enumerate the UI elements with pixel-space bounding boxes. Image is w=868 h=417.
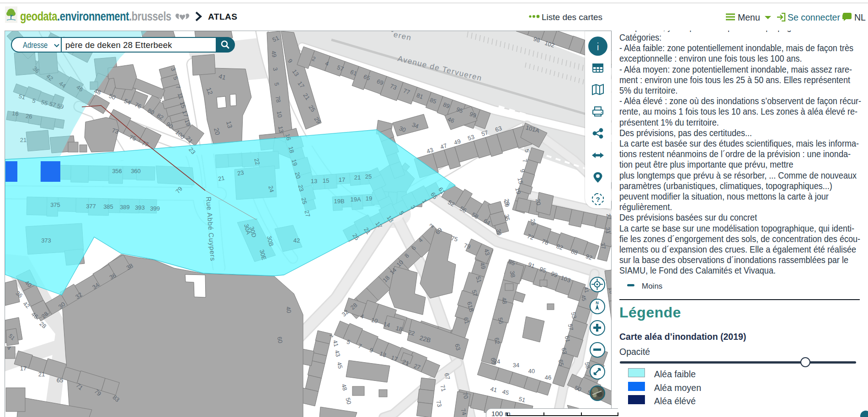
svg-text:389: 389	[120, 204, 130, 211]
svg-text:19B: 19B	[334, 198, 344, 205]
svg-text:385: 385	[103, 203, 113, 210]
svg-text:75: 75	[450, 235, 458, 243]
svg-text:71: 71	[439, 384, 447, 392]
svg-text:31: 31	[604, 227, 612, 234]
svg-text:67: 67	[443, 372, 451, 380]
svg-text:48: 48	[501, 297, 508, 305]
svg-text:40: 40	[528, 368, 535, 375]
svg-text:38: 38	[509, 270, 517, 278]
svg-text:41: 41	[583, 286, 590, 294]
svg-text:373: 373	[41, 237, 51, 244]
svg-text:48: 48	[93, 87, 101, 96]
svg-text:377: 377	[86, 203, 96, 210]
svg-text:26: 26	[26, 112, 33, 120]
svg-text:19: 19	[366, 195, 372, 202]
svg-text:23: 23	[237, 169, 245, 177]
svg-text:39: 39	[495, 228, 503, 236]
svg-text:15: 15	[323, 177, 329, 184]
svg-text:56: 56	[497, 317, 505, 325]
svg-text:34: 34	[513, 362, 519, 369]
svg-text:57: 57	[567, 323, 575, 331]
svg-text:16: 16	[12, 110, 19, 117]
svg-text:13: 13	[277, 126, 285, 133]
svg-text:45: 45	[335, 361, 344, 369]
svg-text:25: 25	[365, 173, 372, 180]
svg-text:356: 356	[112, 168, 122, 174]
svg-text:21: 21	[354, 174, 361, 181]
svg-text:62: 62	[493, 337, 501, 345]
svg-text:i: i	[596, 40, 600, 53]
svg-text:35: 35	[503, 214, 511, 222]
svg-text:10: 10	[276, 111, 283, 118]
svg-text:42: 42	[293, 237, 300, 244]
svg-text:53: 53	[467, 133, 475, 142]
svg-text:63: 63	[560, 347, 568, 355]
svg-text:61: 61	[564, 335, 571, 343]
svg-text:17: 17	[339, 176, 345, 183]
svg-text:73: 73	[435, 400, 443, 408]
svg-text:27: 27	[605, 213, 612, 221]
svg-text:17: 17	[20, 365, 27, 372]
svg-text:19A: 19A	[350, 196, 361, 203]
svg-text:26: 26	[529, 218, 537, 226]
svg-text:45: 45	[580, 295, 587, 302]
svg-text:78: 78	[274, 95, 282, 103]
svg-text:21: 21	[38, 371, 45, 378]
svg-text:50: 50	[344, 397, 352, 405]
svg-text:60: 60	[276, 336, 284, 344]
svg-text:48: 48	[340, 383, 348, 391]
svg-text:360: 360	[131, 168, 141, 174]
svg-text:13: 13	[311, 178, 317, 185]
svg-text:41: 41	[331, 339, 340, 348]
svg-text:21: 21	[20, 137, 27, 143]
svg-text:65: 65	[557, 359, 565, 367]
svg-text:45: 45	[501, 388, 510, 396]
svg-text:399: 399	[150, 205, 160, 212]
svg-text:51: 51	[518, 396, 526, 404]
svg-text:20: 20	[534, 198, 542, 206]
svg-text:21: 21	[218, 174, 225, 182]
svg-text:40: 40	[285, 306, 293, 314]
svg-text:?: ?	[596, 195, 600, 203]
svg-text:393: 393	[135, 204, 145, 211]
svg-text:53: 53	[570, 311, 578, 319]
svg-text:24: 24	[494, 358, 500, 365]
svg-text:46: 46	[545, 374, 551, 381]
svg-text:43: 43	[333, 349, 341, 358]
svg-text:29: 29	[503, 198, 511, 206]
svg-text:37: 37	[599, 242, 607, 250]
svg-text:375: 375	[50, 201, 60, 208]
svg-text:65: 65	[57, 377, 63, 384]
svg-text:49: 49	[270, 50, 278, 58]
svg-text:10: 10	[370, 317, 378, 325]
svg-text:41: 41	[490, 385, 498, 394]
